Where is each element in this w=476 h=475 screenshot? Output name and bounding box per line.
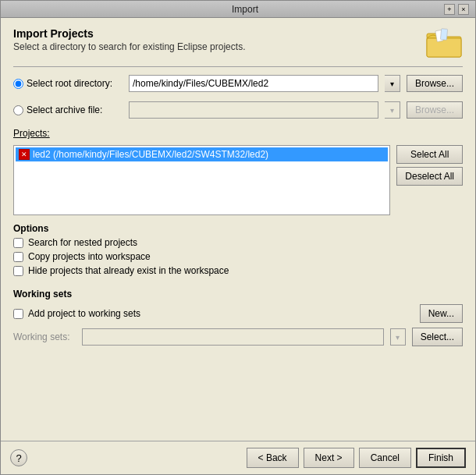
archive-file-label: Select archive file: <box>27 105 102 115</box>
hide-projects-checkbox[interactable] <box>13 266 23 276</box>
finish-button[interactable]: Finish <box>416 448 466 468</box>
projects-area: ✕ led2 (/home/kindy/Files/CUBEMX/led2/SW… <box>13 145 463 215</box>
footer-buttons: < Back Next > Cancel Finish <box>247 448 466 468</box>
svg-rect-4 <box>440 29 447 41</box>
working-sets-label: Working sets: <box>13 331 76 342</box>
nested-projects-checkbox[interactable] <box>13 238 23 248</box>
working-sets-dropdown: ▾ <box>390 328 406 346</box>
options-section: Options Search for nested projects Copy … <box>13 223 463 279</box>
working-sets-input[interactable] <box>82 328 384 346</box>
title-bar: Import + × <box>1 1 475 18</box>
working-sets-title: Working sets <box>13 289 463 300</box>
new-working-set-button[interactable]: New... <box>420 304 463 323</box>
projects-list[interactable]: ✕ led2 (/home/kindy/Files/CUBEMX/led2/SW… <box>13 145 390 215</box>
hide-projects-row: Hide projects that already exist in the … <box>13 265 463 276</box>
archive-file-radio[interactable] <box>13 105 23 115</box>
working-sets-add-row: Add project to working sets New... <box>13 304 463 323</box>
working-sets-section: Working sets Add project to working sets… <box>13 289 463 346</box>
footer-left: ? <box>10 449 27 466</box>
archive-file-radio-label[interactable]: Select archive file: <box>13 105 123 115</box>
next-button[interactable]: Next > <box>304 448 354 468</box>
close-button[interactable]: × <box>458 4 469 15</box>
help-button[interactable]: ? <box>10 449 27 466</box>
header-row: Import Projects Select a directory to se… <box>13 27 463 58</box>
back-button[interactable]: < Back <box>247 448 299 468</box>
deselect-all-button[interactable]: Deselect All <box>396 167 463 186</box>
header-text: Import Projects Select a directory to se… <box>13 27 245 52</box>
archive-file-input[interactable] <box>129 101 378 119</box>
archive-file-row: Select archive file: ▾ Browse... <box>13 101 463 119</box>
folder-icon <box>425 27 463 58</box>
select-working-set-button[interactable]: Select... <box>412 328 463 346</box>
options-title: Options <box>13 223 463 234</box>
hide-projects-label: Hide projects that already exist in the … <box>28 265 229 276</box>
root-directory-label: Select root directory: <box>27 78 112 89</box>
add-project-row: Add project to working sets <box>13 308 414 319</box>
copy-projects-row: Copy projects into workspace <box>13 251 463 262</box>
project-checkbox[interactable]: ✕ <box>19 149 30 160</box>
root-directory-dropdown[interactable]: ▾ <box>385 75 400 92</box>
archive-dropdown: ▾ <box>385 101 400 119</box>
root-directory-row: Select root directory: ▾ Browse... <box>13 75 463 92</box>
minimize-button[interactable]: + <box>444 4 455 15</box>
dialog-content: Import Projects Select a directory to se… <box>1 18 475 441</box>
dialog-title: Import Projects <box>13 27 245 40</box>
dialog-subtitle: Select a directory to search for existin… <box>13 41 245 52</box>
copy-projects-label: Copy projects into workspace <box>28 251 151 262</box>
nested-projects-row: Search for nested projects <box>13 237 463 248</box>
select-all-button[interactable]: Select All <box>396 145 463 164</box>
root-directory-input[interactable] <box>129 75 378 92</box>
nested-projects-label: Search for nested projects <box>28 237 137 248</box>
add-project-label: Add project to working sets <box>28 308 140 319</box>
cancel-button[interactable]: Cancel <box>359 448 411 468</box>
projects-label: Projects: <box>13 128 463 139</box>
window-controls: + × <box>444 4 469 15</box>
header-separator <box>13 66 463 67</box>
dialog-footer: ? < Back Next > Cancel Finish <box>1 441 475 474</box>
window-title: Import <box>46 4 444 15</box>
projects-buttons: Select All Deselect All <box>396 145 463 215</box>
archive-browse-button[interactable]: Browse... <box>407 101 463 119</box>
project-name: led2 (/home/kindy/Files/CUBEMX/led2/SW4S… <box>33 149 268 160</box>
working-sets-field-row: Working sets: ▾ Select... <box>13 328 463 346</box>
list-item[interactable]: ✕ led2 (/home/kindy/Files/CUBEMX/led2/SW… <box>16 147 388 161</box>
import-dialog: Import + × Import Projects Select a dire… <box>0 0 476 475</box>
root-directory-radio-label[interactable]: Select root directory: <box>13 78 123 89</box>
bottom-spacer <box>13 353 463 431</box>
copy-projects-checkbox[interactable] <box>13 252 23 262</box>
root-directory-radio[interactable] <box>13 79 23 89</box>
root-browse-button[interactable]: Browse... <box>407 75 463 92</box>
add-project-checkbox[interactable] <box>13 309 23 319</box>
svg-rect-2 <box>427 38 461 57</box>
